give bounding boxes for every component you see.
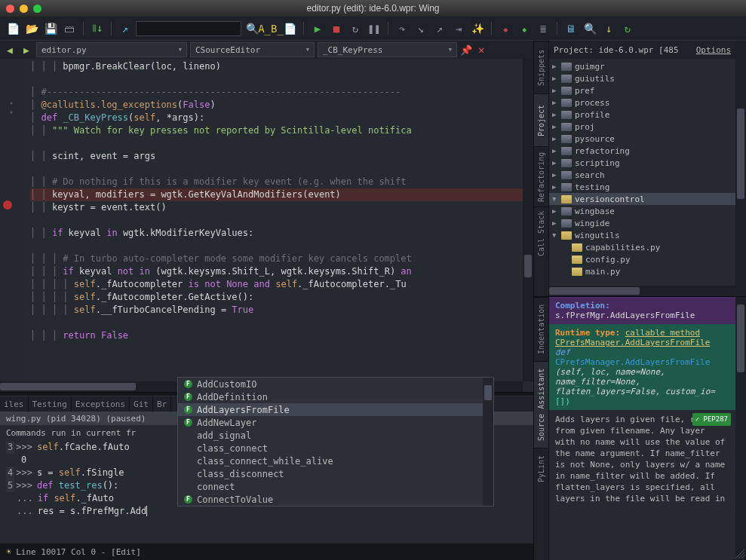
assist-vscrollbar[interactable]	[735, 297, 746, 560]
autocomplete-item[interactable]: FAddLayersFromFile	[178, 403, 493, 416]
tree-item[interactable]: ▶pysource	[549, 133, 735, 145]
file-combo[interactable]: editor.py	[36, 42, 187, 57]
new-page-button[interactable]: 📄	[281, 20, 298, 37]
editor-gutter[interactable]: ▾ ▾	[0, 59, 24, 392]
project-options-link[interactable]: Options	[696, 45, 731, 55]
tree-item[interactable]: ▼wingutils	[549, 229, 735, 241]
folder-icon	[561, 219, 572, 228]
folder-icon	[561, 171, 572, 179]
indent-guide-button[interactable]: ⫴↓	[89, 20, 106, 37]
folder-icon	[561, 231, 572, 240]
highlight-button[interactable]: A̲B̲	[262, 20, 279, 37]
status-icon: ☀	[6, 546, 11, 557]
break-on-exc-button[interactable]: ⬥	[497, 20, 514, 37]
tree-item[interactable]: ▶guimgr	[549, 60, 735, 72]
autocomplete-item[interactable]: connect	[178, 480, 493, 493]
tree-vscrollbar[interactable]	[735, 41, 746, 296]
pin-button[interactable]: 📌	[460, 44, 472, 56]
autocomplete-item[interactable]: add_signal	[178, 429, 493, 442]
wand-button[interactable]: ✨	[469, 20, 486, 37]
autocomplete-item[interactable]: class_connect	[178, 442, 493, 454]
autocomplete-item[interactable]: FAddDefinition	[178, 390, 493, 403]
tree-item[interactable]: ▶testing	[549, 181, 735, 193]
class-combo[interactable]: CSourceEditor	[190, 42, 315, 57]
resize-grip[interactable]	[735, 549, 744, 558]
open-file-button[interactable]: 📂	[23, 20, 40, 37]
vtab-source-assistant[interactable]: Source Assistant	[534, 361, 548, 448]
stop-button[interactable]: ■	[328, 20, 345, 37]
tab-files[interactable]: iles	[0, 396, 29, 412]
tree-hscrollbar[interactable]	[549, 286, 735, 296]
search-input[interactable]	[136, 21, 241, 36]
code-content[interactable]: │ │ │ bpmgr.BreakClear(loc, lineno)│ #--…	[24, 59, 533, 392]
tree-item[interactable]: ▶scripting	[549, 157, 735, 169]
autocomplete-item[interactable]: FConnectToValue	[178, 493, 493, 506]
tree-item[interactable]: ▶guiutils	[549, 72, 735, 84]
doc-box: PEP287 Adds layers in given file, readin…	[549, 410, 735, 508]
runtime-class-link[interactable]: CPrefsManager.AddLayersFromFile	[555, 338, 710, 347]
step-into-button[interactable]: ↘	[413, 20, 429, 37]
tree-item[interactable]: ▶wingide	[549, 217, 735, 229]
method-combo[interactable]: _CB_KeyPress	[318, 42, 457, 57]
save-button[interactable]: 💾	[42, 20, 59, 37]
popup-scrollbar[interactable]	[483, 378, 493, 506]
close-tab-button[interactable]: ✕	[478, 44, 484, 56]
runtime-link[interactable]: callable method	[625, 328, 700, 338]
tab-git[interactable]: Git	[130, 396, 153, 412]
tree-item[interactable]: ▶profile	[549, 109, 735, 121]
save-all-button[interactable]: 🗃	[61, 20, 78, 37]
step-out-button[interactable]: ↗	[431, 20, 448, 37]
vtab-pylint[interactable]: PyLint	[534, 448, 548, 489]
nav-back-button[interactable]: ◀	[3, 43, 17, 57]
project-tree[interactable]: ▶guimgr▶guiutils▶pref▶process▶profile▶pr…	[549, 59, 735, 286]
restart-button[interactable]: ↻	[347, 20, 364, 37]
vtab-callstack[interactable]: Call Stack	[534, 207, 548, 259]
pause-button[interactable]: ❚❚	[366, 20, 382, 37]
vtab-snippets[interactable]: Snippets	[534, 41, 548, 93]
tree-item[interactable]: capabilities.py	[549, 241, 735, 253]
ignore-exc-button[interactable]: ⬥	[516, 20, 533, 37]
tab-bre[interactable]: Br	[153, 396, 171, 412]
new-file-button[interactable]: 📄	[5, 20, 21, 37]
sync-button[interactable]: ↻	[619, 20, 636, 37]
autocomplete-item[interactable]: FAddNewLayer	[178, 416, 493, 429]
project-title: Project: ide-6.0.wpr [485	[554, 45, 696, 55]
autocomplete-item[interactable]: class_disconnect	[178, 467, 493, 480]
tree-item[interactable]: config.py	[549, 253, 735, 265]
refresh-button[interactable]: ↓	[600, 20, 617, 37]
tree-item[interactable]: ▶wingbase	[549, 205, 735, 217]
step-next-button[interactable]: ⇥	[450, 20, 467, 37]
tab-testing[interactable]: Testing	[29, 396, 72, 412]
breakpoint-marker[interactable]	[3, 200, 12, 210]
vtab-project[interactable]: Project	[534, 93, 548, 146]
tree-item[interactable]: ▶process	[549, 96, 735, 109]
right-bottom-vtabs: Indentation Source Assistant PyLint	[534, 297, 549, 560]
def-keyword: def	[555, 347, 570, 357]
monitor-button[interactable]: 🖥	[563, 20, 579, 37]
folder-icon	[561, 207, 572, 216]
tree-item[interactable]: ▼versioncontrol	[549, 193, 735, 205]
maximize-window-button[interactable]	[33, 5, 41, 13]
step-over-button[interactable]: ↷	[394, 20, 410, 37]
tree-item[interactable]: ▶search	[549, 169, 735, 181]
tree-item[interactable]: ▶refactoring	[549, 145, 735, 157]
folder-icon	[561, 87, 572, 95]
close-window-button[interactable]	[6, 5, 14, 13]
code-editor[interactable]: ▾ ▾ │ │ │ bpmgr.BreakClear(loc, lineno)│…	[0, 59, 533, 392]
nav-fwd-button[interactable]: ▶	[20, 43, 33, 57]
editor-vscrollbar[interactable]	[523, 59, 533, 381]
autocomplete-item[interactable]: class_connect_while_alive	[178, 454, 493, 467]
tree-item[interactable]: ▶proj	[549, 121, 735, 133]
autocomplete-item[interactable]: FAddCustomIO	[178, 378, 493, 390]
tree-item[interactable]: main.py	[549, 265, 735, 277]
vtab-refactoring[interactable]: Refactoring	[534, 146, 548, 207]
tab-exceptions[interactable]: Exceptions	[72, 396, 130, 412]
zoom-button[interactable]: 🔍	[582, 20, 598, 37]
autocomplete-popup[interactable]: FAddCustomIOFAddDefinitionFAddLayersFrom…	[177, 377, 494, 506]
tree-item[interactable]: ▶pref	[549, 84, 735, 96]
run-button[interactable]: ▶	[309, 20, 326, 37]
vtab-indentation[interactable]: Indentation	[534, 297, 548, 361]
minimize-window-button[interactable]	[20, 5, 28, 13]
stack-button[interactable]: ≣	[535, 20, 551, 37]
goto-def-button[interactable]: ↗	[117, 20, 134, 37]
